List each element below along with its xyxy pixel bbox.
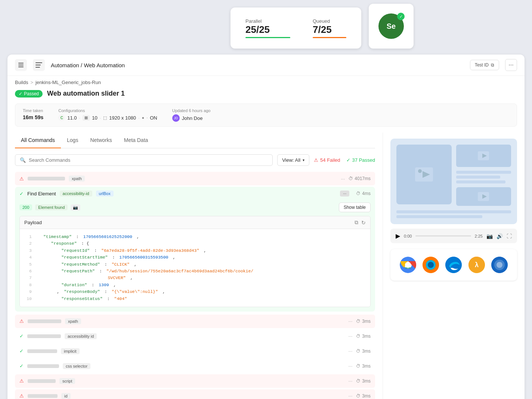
tab-metadata[interactable]: Meta Data [118, 133, 154, 148]
check-icon: ✓ [19, 91, 22, 96]
selenium-logo: Se ✓ [378, 13, 404, 39]
view-filter-button[interactable]: View: All ▾ [277, 154, 309, 166]
firefox-icon [423, 257, 439, 273]
content-layout: All Commands Logs Networks Meta Data 🔍 V… [7, 133, 525, 399]
media-right-column [456, 145, 511, 206]
error-icon: ⚠ [19, 378, 24, 384]
cmd-time: ⏱ 3ms [356, 393, 371, 399]
refresh-payload-button[interactable]: ↻ [361, 219, 366, 226]
parallel-bar [245, 37, 290, 38]
updated-label: Updated 6 hours ago [172, 108, 211, 113]
copy-payload-button[interactable]: ⧉ [355, 219, 358, 226]
table-row[interactable]: ⚠ id ··· ⏱ 3ms [15, 389, 375, 399]
media-lines [456, 171, 511, 183]
tab-all-commands[interactable]: All Commands [15, 133, 61, 148]
fullscreen-button[interactable]: ⛶ [507, 233, 512, 239]
left-panel: All Commands Logs Networks Meta Data 🔍 V… [7, 133, 383, 399]
cmd-tag: xpath [65, 318, 81, 324]
svg-point-3 [418, 169, 422, 173]
expanded-command: ✓ Find Element accessibility-id urlBox ·… [15, 187, 375, 312]
cmd-name-placeholder [27, 364, 59, 368]
clock-icon: ⏱ [356, 191, 361, 196]
table-row[interactable]: ⚠ xpath ··· ⏱ 4017ms [15, 172, 375, 185]
more-options-button[interactable]: ··· [505, 59, 517, 71]
cmd-debug-icon: ··· [340, 191, 349, 197]
table-row[interactable]: ⚠ script ··· ⏱ 3ms [15, 374, 375, 388]
edge-icon [445, 257, 462, 273]
svg-point-14 [445, 257, 462, 273]
configurations-value: C 11.0 · ⊞ 10 · ⬚ 1920 x 1080 · ● · ON [58, 114, 157, 121]
more-cmd-icon[interactable]: ··· [348, 393, 352, 399]
user-value: JD John Doe [172, 114, 211, 122]
more-cmd-icon[interactable]: ··· [348, 318, 352, 324]
cmd-name-placeholder [27, 334, 61, 338]
table-row[interactable]: ⚠ xpath ··· ⏱ 3ms [15, 315, 375, 328]
search-input[interactable] [29, 157, 268, 163]
screenshot-icon[interactable]: 📷 [71, 204, 80, 211]
cmd-tag-urlbox: urlBox [96, 191, 114, 197]
tab-networks[interactable]: Networks [84, 133, 118, 148]
table-row[interactable]: ✓ accessibility id ··· ⏱ 3ms [15, 330, 375, 343]
configurations-meta: Configurations C 11.0 · ⊞ 10 · ⬚ 1920 x … [58, 108, 157, 121]
updated-meta: Updated 6 hours ago JD John Doe [172, 108, 211, 122]
cmd-tag-accessibility: accessibility-id [60, 191, 92, 197]
os-version: 10 [92, 115, 97, 121]
error-icon: ⚠ [19, 176, 24, 182]
configurations-label: Configurations [58, 108, 157, 113]
tab-logs[interactable]: Logs [61, 133, 84, 148]
video-progress-bar[interactable] [415, 235, 471, 236]
video-time-start: 0:00 [404, 234, 412, 238]
page-title: Web automation slider 1 [47, 90, 125, 98]
clock-icon: ⏱ [356, 378, 361, 384]
table-row[interactable]: ✓ implicit ··· ⏱ 3ms [15, 344, 375, 358]
payload-title: Payload [24, 220, 42, 225]
menu-button[interactable] [15, 59, 27, 71]
svg-point-19 [497, 262, 502, 268]
response-code-badge: 200 [19, 204, 32, 210]
time-taken-label: Time taken [23, 108, 43, 113]
more-cmd-icon[interactable]: ··· [348, 378, 352, 384]
resolution: 1920 x 1080 [109, 115, 136, 121]
show-table-button[interactable]: Show table [339, 202, 371, 212]
media-bottom-lines [396, 210, 511, 218]
cmd-tag: implicit [61, 348, 80, 354]
media-thumbnail-large [396, 145, 452, 204]
breadcrumb-builds[interactable]: Builds [15, 80, 28, 85]
cmd-time: ⏱ 3ms [356, 319, 371, 324]
cmd-time: ⏱ 3ms [356, 364, 371, 369]
cmd-name-placeholder [28, 379, 56, 383]
cmd-tag: script [59, 378, 75, 384]
camera-button[interactable]: 📷 [486, 233, 493, 239]
expanded-cmd-header: ✓ Find Element accessibility-id urlBox ·… [15, 187, 375, 200]
more-cmd-icon[interactable]: ··· [348, 363, 352, 369]
media-thumbnail-sm1 [456, 145, 511, 167]
more-cmd-icon[interactable]: ··· [348, 348, 352, 354]
status-label: Passed [24, 91, 39, 96]
failed-stat: ⚠ 54 Failed [314, 157, 340, 163]
success-icon: ✓ [19, 191, 24, 197]
more-cmd-icon[interactable]: ··· [341, 176, 345, 182]
queued-stats: Queued 7/25 [313, 18, 346, 38]
tabs: All Commands Logs Networks Meta Data [15, 133, 375, 148]
parallel-label: Parallel [245, 18, 290, 24]
nav-title: Automation / Web Automation [51, 62, 125, 68]
element-found-badge: Element found [35, 204, 68, 210]
more-cmd-icon[interactable]: ··· [348, 333, 352, 339]
expanded-cmd-time: ⏱ 4ms [356, 191, 371, 196]
more-icon: ··· [508, 62, 513, 68]
table-row[interactable]: ✓ css selector ··· ⏱ 3ms [15, 359, 375, 373]
browser-icons-card: λ [390, 249, 517, 281]
config-status: ON [150, 115, 157, 121]
warning-icon: ⚠ [314, 157, 318, 163]
media-thumbnail-sm2 [456, 187, 511, 206]
view-label: View: All [282, 157, 300, 163]
cmd-tag-xpath: xpath [69, 176, 85, 182]
volume-button[interactable]: 🔊 [497, 233, 503, 239]
cmd-tag: css selector [63, 363, 90, 369]
test-id-button[interactable]: Test ID ⧉ [470, 60, 499, 70]
queued-value: 7/25 [313, 24, 346, 35]
logo-icon [33, 59, 45, 71]
play-button[interactable]: ▶ [396, 232, 400, 239]
right-panel: ▶ 0:00 2:25 📷 🔊 ⛶ [383, 133, 525, 399]
title-row: ✓ Passed Web automation slider 1 [7, 88, 525, 103]
